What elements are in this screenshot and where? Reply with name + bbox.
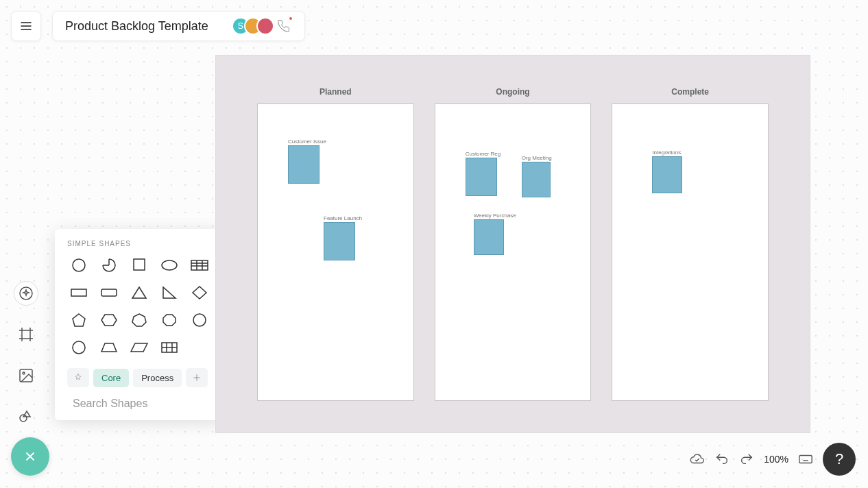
search-input[interactable] <box>73 398 210 410</box>
menu-button[interactable] <box>11 11 41 41</box>
shape-parallelogram[interactable] <box>128 338 151 357</box>
shapes-icon <box>18 408 34 425</box>
keyboard-icon <box>798 452 813 467</box>
svg-rect-16 <box>134 259 145 270</box>
shape-pentagon[interactable] <box>67 310 91 330</box>
title-bar: Product Backlog Template S <box>52 11 305 41</box>
shape-trapezoid[interactable] <box>97 338 121 357</box>
canvas-board[interactable]: PlannedCustomer IssueFeature LaunchOngoi… <box>215 55 810 433</box>
shape-circle[interactable] <box>67 256 91 275</box>
column-title: Complete <box>612 87 769 97</box>
shape-square[interactable] <box>128 256 151 275</box>
pin-icon <box>73 372 84 383</box>
svg-rect-18 <box>191 260 208 270</box>
shape-right-triangle[interactable] <box>158 283 181 302</box>
card-label: Customer Reg <box>466 151 501 157</box>
bottom-toolbar: 100% ? <box>690 443 856 476</box>
shapes-tool-button[interactable] <box>14 404 38 429</box>
column-body[interactable]: Customer IssueFeature Launch <box>257 103 414 401</box>
category-core[interactable]: Core <box>93 369 129 387</box>
board-column[interactable]: OngoingCustomer RegOrg MeetingWeekly Pur… <box>435 87 592 401</box>
left-toolbar <box>14 281 38 429</box>
keyboard-shortcuts-button[interactable] <box>798 452 813 467</box>
shapes-panel: SIMPLE SHAPES Core Process <box>55 229 224 420</box>
svg-rect-38 <box>799 456 812 463</box>
undo-icon <box>714 452 730 467</box>
call-notification-dot <box>288 16 293 21</box>
column-title: Ongoing <box>435 87 592 97</box>
svg-point-17 <box>162 260 177 270</box>
hamburger-icon <box>19 19 33 33</box>
help-button[interactable]: ? <box>823 443 856 476</box>
card-label: Org Meeting <box>522 155 552 161</box>
image-icon <box>18 367 34 384</box>
card-label: Integrations <box>652 149 681 156</box>
add-category-button[interactable] <box>186 368 208 387</box>
close-icon <box>23 449 38 464</box>
column-title: Planned <box>257 87 414 97</box>
shape-hexagon[interactable] <box>97 310 121 330</box>
shape-octagon[interactable] <box>158 310 181 330</box>
close-panel-button[interactable] <box>11 437 49 476</box>
plus-icon <box>191 372 202 383</box>
redo-button[interactable] <box>739 452 754 467</box>
shape-ellipse[interactable] <box>158 256 181 275</box>
image-tool-button[interactable] <box>14 363 38 388</box>
pin-category-button[interactable] <box>67 368 89 387</box>
board-card[interactable] <box>652 156 682 193</box>
board-card[interactable] <box>288 145 320 184</box>
shape-table[interactable] <box>188 256 211 275</box>
shape-category-tabs: Core Process <box>55 357 224 393</box>
collaborator-avatars: S <box>232 17 292 35</box>
shape-search <box>55 393 224 415</box>
shape-grid3[interactable] <box>158 338 181 357</box>
shape-rectangle[interactable] <box>67 283 91 302</box>
cloud-icon <box>690 452 705 467</box>
sparkle-icon <box>18 285 34 302</box>
svg-point-13 <box>73 259 85 271</box>
phone-icon <box>276 19 290 33</box>
shapes-panel-title: SIMPLE SHAPES <box>55 240 224 256</box>
zoom-level[interactable]: 100% <box>764 454 788 465</box>
column-body[interactable]: Customer RegOrg MeetingWeekly Purchase <box>435 103 592 401</box>
frame-icon <box>18 326 34 343</box>
board-card[interactable] <box>522 162 551 197</box>
shape-rounded-rectangle[interactable] <box>97 283 121 302</box>
shape-heptagon[interactable] <box>128 310 151 330</box>
category-process[interactable]: Process <box>133 369 182 387</box>
avatar[interactable] <box>256 17 274 35</box>
svg-rect-23 <box>71 289 86 296</box>
shape-grid <box>55 256 224 357</box>
undo-button[interactable] <box>714 452 730 467</box>
shape-nonagon[interactable] <box>188 310 211 330</box>
svg-rect-24 <box>101 289 117 296</box>
ai-tool-button[interactable] <box>14 281 38 306</box>
board-column[interactable]: CompleteIntegrations <box>612 87 769 401</box>
svg-point-9 <box>23 372 25 374</box>
shape-decagon[interactable] <box>67 338 91 357</box>
frame-tool-button[interactable] <box>14 322 38 347</box>
board-card[interactable] <box>474 219 504 255</box>
card-label: Feature Launch <box>324 215 362 221</box>
shape-triangle[interactable] <box>128 283 151 302</box>
svg-point-10 <box>20 415 27 422</box>
shape-diamond[interactable] <box>188 283 211 302</box>
document-title[interactable]: Product Backlog Template <box>65 19 208 34</box>
board-card[interactable] <box>466 158 497 196</box>
redo-icon <box>739 452 754 467</box>
column-body[interactable]: Integrations <box>612 103 769 401</box>
svg-point-25 <box>193 314 206 326</box>
board-column[interactable]: PlannedCustomer IssueFeature Launch <box>257 87 414 401</box>
card-label: Weekly Purchase <box>474 212 516 219</box>
card-label: Customer Issue <box>288 138 326 145</box>
cloud-sync-button[interactable] <box>690 452 705 467</box>
shape-arc[interactable] <box>97 256 121 275</box>
svg-point-26 <box>73 341 85 354</box>
call-button[interactable] <box>274 17 292 35</box>
board-card[interactable] <box>324 222 355 260</box>
